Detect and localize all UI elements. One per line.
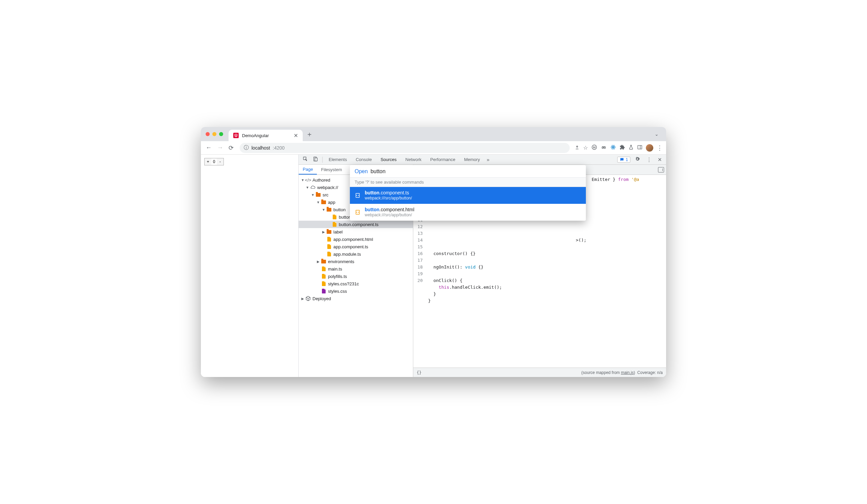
coverage-status: Coverage: n/a: [638, 370, 663, 375]
tree-file-main[interactable]: main.ts: [299, 265, 413, 273]
open-header: Open: [350, 165, 586, 177]
editor-footer: {} (source mapped from main.js) Coverage…: [413, 368, 666, 377]
url-host: localhost: [251, 145, 270, 151]
tree-file-app-ts[interactable]: app.component.ts: [299, 243, 413, 250]
tab-memory[interactable]: Memory: [460, 155, 484, 164]
content-area: + 0 - Elements Console Sources Network P…: [201, 155, 666, 377]
tree-file-app-module[interactable]: app.module.ts: [299, 250, 413, 258]
svg-rect-9: [638, 145, 642, 149]
incognito-icon[interactable]: [591, 144, 597, 152]
subtab-page[interactable]: Page: [299, 165, 317, 175]
svg-point-3: [602, 147, 604, 149]
tab-network[interactable]: Network: [402, 155, 426, 164]
open-input[interactable]: [371, 168, 581, 175]
toolbar-icons: ☆ ⋮: [575, 144, 663, 152]
counter-value: 0: [211, 158, 217, 165]
svg-point-1: [593, 146, 594, 147]
open-label: Open: [355, 168, 368, 175]
reload-button[interactable]: ⟳: [227, 143, 235, 153]
more-tabs-icon[interactable]: »: [485, 157, 492, 162]
open-result-1[interactable]: button.component.ts webpack:///src/app/b…: [350, 187, 586, 204]
angular-icon: [233, 133, 239, 138]
source-map-link[interactable]: main.js: [621, 370, 634, 375]
close-icon[interactable]: [206, 132, 210, 136]
tree-file-button-ts[interactable]: button.component.ts: [299, 221, 413, 228]
window-controls: [206, 132, 223, 136]
counter-control: + 0 -: [204, 158, 224, 165]
bookmark-icon[interactable]: ☆: [583, 144, 588, 151]
svg-point-5: [613, 146, 614, 147]
new-tab-button[interactable]: ＋: [306, 130, 313, 139]
settings-icon[interactable]: [632, 156, 642, 163]
menu-icon[interactable]: ⋮: [657, 144, 663, 152]
tab-sources[interactable]: Sources: [376, 155, 401, 164]
footer-status: (source mapped from main.js) Coverage: n…: [581, 370, 663, 375]
tab-performance[interactable]: Performance: [426, 155, 459, 164]
inspect-icon[interactable]: [301, 156, 310, 163]
share-icon[interactable]: [575, 144, 580, 151]
svg-point-2: [595, 146, 595, 147]
open-hint: Type '?' to see available commands: [350, 177, 586, 187]
tree-file-styles[interactable]: styles.css: [299, 287, 413, 295]
page-viewport: + 0 -: [201, 155, 299, 377]
profile-avatar[interactable]: [646, 144, 653, 152]
tree-environments[interactable]: ▶environments: [299, 258, 413, 265]
browser-toolbar: ← → ⟳ ⓘ localhost:4200 ☆: [201, 141, 666, 155]
titlebar: DemoAngular ✕ ＋ ⌄: [201, 127, 666, 141]
chevron-down-icon[interactable]: ⌄: [652, 130, 661, 138]
react-ext-icon[interactable]: [610, 144, 616, 152]
toggle-sidebar-icon[interactable]: [658, 167, 664, 173]
devtools-menu-icon[interactable]: ⋮: [644, 157, 654, 163]
address-bar[interactable]: ⓘ localhost:4200: [240, 143, 570, 153]
site-info-icon[interactable]: ⓘ: [244, 144, 249, 151]
browser-window: DemoAngular ✕ ＋ ⌄ ← → ⟳ ⓘ localhost:4200…: [201, 127, 666, 377]
sidepanel-icon[interactable]: [637, 144, 642, 151]
tab-title: DemoAngular: [242, 133, 290, 138]
svg-point-0: [592, 145, 597, 150]
tree-file-styles-q[interactable]: styles.css?231c: [299, 280, 413, 287]
lab-icon[interactable]: [628, 144, 634, 151]
incognito-alt-icon[interactable]: [601, 144, 607, 152]
svg-rect-13: [315, 158, 317, 161]
close-tab-icon[interactable]: ✕: [293, 132, 298, 139]
tree-file-app-html[interactable]: app.component.html: [299, 235, 413, 243]
tree-file-polyfills[interactable]: polyfills.ts: [299, 273, 413, 280]
issues-count: 1: [625, 157, 628, 162]
pretty-print-icon[interactable]: {}: [417, 370, 421, 375]
close-devtools-icon[interactable]: ✕: [656, 157, 664, 163]
back-button[interactable]: ←: [204, 143, 213, 153]
issues-badge[interactable]: 1: [617, 157, 630, 163]
decrement-button[interactable]: -: [217, 158, 224, 165]
tab-console[interactable]: Console: [352, 155, 376, 164]
open-file-dialog: Open Type '?' to see available commands …: [350, 165, 586, 221]
forward-button[interactable]: →: [216, 143, 225, 153]
devtools-panel: Elements Console Sources Network Perform…: [299, 155, 666, 377]
extensions-icon[interactable]: [620, 144, 625, 151]
tree-deployed[interactable]: ▶Deployed: [299, 295, 413, 302]
maximize-icon[interactable]: [219, 132, 223, 136]
tree-label-folder[interactable]: ▶label: [299, 228, 413, 235]
minimize-icon[interactable]: [212, 132, 216, 136]
subtab-filesystem[interactable]: Filesystem: [317, 165, 346, 175]
open-result-2[interactable]: button.component.html webpack:///src/app…: [350, 204, 586, 221]
browser-tab[interactable]: DemoAngular ✕: [228, 130, 303, 141]
url-port: :4200: [273, 145, 285, 151]
devtools-tabs: Elements Console Sources Network Perform…: [299, 155, 666, 165]
tab-elements[interactable]: Elements: [325, 155, 351, 164]
device-toggle-icon[interactable]: [311, 156, 320, 163]
svg-point-4: [604, 147, 606, 149]
increment-button[interactable]: +: [205, 158, 211, 165]
